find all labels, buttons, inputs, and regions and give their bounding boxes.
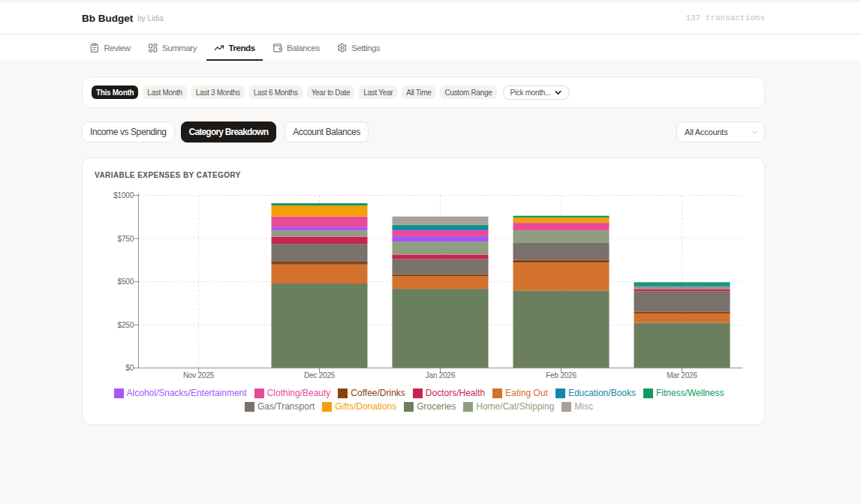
svg-text:$250: $250 <box>118 321 134 329</box>
svg-text:Jan 2026: Jan 2026 <box>426 371 456 380</box>
svg-text:$1000: $1000 <box>113 191 134 200</box>
svg-text:Nov 2025: Nov 2025 <box>183 371 215 380</box>
svg-text:$750: $750 <box>118 235 134 243</box>
svg-text:$0: $0 <box>125 364 134 372</box>
svg-text:Feb 2026: Feb 2026 <box>546 371 577 380</box>
svg-text:$500: $500 <box>118 278 134 286</box>
svg-text:Dec 2025: Dec 2025 <box>304 371 336 380</box>
svg-text:Mar 2026: Mar 2026 <box>667 371 697 380</box>
